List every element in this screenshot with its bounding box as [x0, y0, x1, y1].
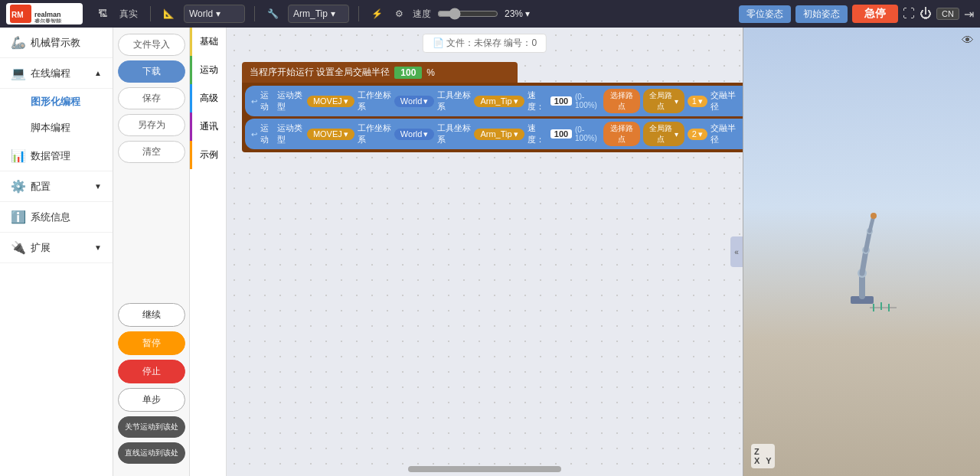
select-point-btn-1[interactable]: 选择路点: [603, 89, 640, 113]
num-select-2[interactable]: 2 ▾: [688, 129, 707, 140]
tool-dropdown-1[interactable]: Arm_Tip ▾: [474, 96, 524, 107]
sidebar-item-config[interactable]: ⚙️ 配置 ▼: [0, 171, 113, 202]
coord-dropdown[interactable]: World ▾: [184, 5, 245, 23]
tool-chevron-1: ▾: [514, 96, 518, 106]
lang-badge[interactable]: CN: [936, 8, 959, 20]
sysinfo-icon: ℹ️: [11, 210, 24, 224]
mode-label-btn[interactable]: 真实: [116, 6, 141, 22]
init-pose-button[interactable]: 初始姿态: [795, 5, 848, 23]
full-waypoint-btn-1[interactable]: 全局路点 ▾: [643, 89, 684, 113]
sidebar-label-config: 配置: [31, 180, 51, 194]
x-axis-label: X: [754, 456, 760, 465]
sidebar-item-sysinfo[interactable]: ℹ️ 系统信息: [0, 202, 113, 233]
speed-row-label-1: 速度：: [528, 90, 547, 112]
zero-pose-button[interactable]: 零位姿态: [739, 5, 791, 23]
stop-button[interactable]: 停止: [118, 360, 185, 383]
speed-icon-btn[interactable]: ⚡: [368, 7, 386, 21]
speed-icon: ⚡: [371, 8, 383, 19]
tool-dropdown[interactable]: Arm_Tip ▾: [288, 5, 349, 23]
coord-value: World: [189, 8, 213, 19]
fullscreen-button[interactable]: ⛶: [903, 7, 915, 21]
sidebar-item-data[interactable]: 📊 数据管理: [0, 141, 113, 171]
estop-button[interactable]: 急停: [852, 5, 898, 23]
step-button[interactable]: 单步: [118, 388, 185, 412]
motion-arrow-icon-2: ↩: [251, 130, 257, 139]
coord-icon-btn[interactable]: 📐: [160, 7, 178, 21]
ws-label-2: 工作坐标系: [358, 122, 391, 145]
roboteach-icon: 🦾: [11, 35, 24, 50]
motion-type-dropdown-2[interactable]: MOVEJ ▾: [307, 129, 354, 140]
saveas-button[interactable]: 另存为: [118, 114, 185, 136]
block-body: ↩ 运动 运动类型 MOVEJ ▾ 工作坐标系 World ▾ 工具坐标系 Ar…: [242, 83, 743, 152]
config-icon-btn[interactable]: ⚙: [392, 7, 407, 21]
sidebar-label-graphic: 图形化编程: [31, 96, 80, 107]
tool-label-2: 工具坐标系: [437, 122, 471, 145]
canvas-scrollbar[interactable]: [408, 466, 561, 472]
logo-area: RM realman 睿尔曼智能: [6, 3, 83, 24]
clear-button[interactable]: 清空: [118, 141, 185, 163]
control-buttons: 继续 暂停 停止 单步 关节运动到该处 直线运动到该处: [118, 303, 185, 470]
full-waypoint-chevron-2: ▾: [675, 130, 678, 139]
category-basic[interactable]: 基础: [190, 28, 226, 56]
tool-icon: 🔧: [267, 8, 279, 19]
axis-indicator: Z X Y: [751, 444, 775, 468]
sidebar-item-script[interactable]: 脚本编程: [0, 115, 113, 141]
import-button[interactable]: 文件导入: [118, 34, 185, 56]
speed-row-value-2: 100: [550, 129, 572, 139]
joint-end-button[interactable]: 关节运动到该处: [118, 416, 185, 438]
mode-label: 真实: [119, 8, 138, 21]
select-point-btn-2[interactable]: 选择路点: [603, 122, 640, 146]
tool-label-1: 工具坐标系: [437, 90, 471, 112]
power-button[interactable]: ⏻: [920, 7, 932, 21]
sidebar-label-extend: 扩展: [31, 241, 51, 255]
num-chevron-1: ▾: [698, 96, 703, 106]
sidebar-item-graphic[interactable]: 图形化编程: [0, 89, 113, 115]
full-waypoint-btn-2[interactable]: 全局路点 ▾: [643, 122, 684, 146]
category-advanced[interactable]: 高级: [190, 84, 226, 112]
tool-value: Arm_Tip: [293, 8, 328, 19]
mode-icon: 🏗: [98, 8, 107, 19]
full-waypoint-chevron-1: ▾: [675, 97, 678, 106]
linear-end-button[interactable]: 直线运动到该处: [118, 442, 185, 464]
category-comm[interactable]: 通讯: [190, 112, 226, 141]
tool-dropdown-2[interactable]: Arm_Tip ▾: [474, 129, 524, 140]
program-header-text: 当程序开始运行 设置全局交融半径: [250, 66, 390, 79]
main-layout: 🦾 机械臂示教 💻 在线编程 ▲ 图形化编程 脚本编程 📊 数据管理 ⚙️ 配置…: [0, 28, 980, 476]
save-button[interactable]: 保存: [118, 87, 185, 109]
motion-type-dropdown-1[interactable]: MOVEJ ▾: [307, 96, 354, 107]
range-label-1: (0-100%): [575, 93, 600, 109]
blend-radius-input[interactable]: [394, 67, 422, 79]
num-select-1[interactable]: 1 ▾: [688, 96, 707, 107]
download-button[interactable]: 下载: [118, 60, 185, 83]
sidebar-item-roboteach[interactable]: 🦾 机械臂示教: [0, 28, 113, 58]
viewport-toggle-button[interactable]: 👁: [962, 34, 974, 47]
toolbar-right: 零位姿态 初始姿态 急停 ⛶ ⏻ CN ⇥: [739, 5, 974, 23]
ws-dropdown-2[interactable]: World ▾: [394, 129, 435, 140]
speed-row-label-2: 速度：: [528, 122, 547, 145]
motion-type-label-2: 运动类型: [277, 122, 304, 145]
config-arrow-icon: ▼: [94, 182, 102, 191]
category-motion[interactable]: 运动: [190, 56, 226, 84]
sidebar-label-roboteach: 机械臂示教: [31, 36, 80, 50]
category-panel: 基础 运动 高级 通讯 示例: [190, 28, 227, 476]
speed-percent[interactable]: 23% ▾: [505, 8, 530, 19]
speed-slider[interactable]: [437, 8, 498, 20]
collapse-handle[interactable]: «: [730, 236, 743, 267]
ws-dropdown-1[interactable]: World ▾: [394, 96, 435, 107]
category-example[interactable]: 示例: [190, 141, 226, 169]
chevron-down-icon: ▾: [216, 8, 220, 19]
mode-icon-btn[interactable]: 🏗: [95, 7, 110, 21]
pause-button[interactable]: 暂停: [118, 331, 185, 355]
online-arrow-icon: ▲: [94, 69, 102, 77]
svg-text:realman: realman: [34, 11, 61, 18]
sidebar-item-extend[interactable]: 🔌 扩展 ▼: [0, 233, 113, 263]
speed-label: 速度: [413, 8, 431, 21]
tool-icon-btn[interactable]: 🔧: [264, 7, 282, 21]
canvas-area: 📄 文件：未保存 编号：0 当程序开始运行 设置全局交融半径 % ↩ 运动 运动…: [227, 28, 743, 476]
num-chevron-2: ▾: [698, 129, 703, 139]
continue-button[interactable]: 继续: [118, 303, 185, 327]
sidebar-item-online[interactable]: 💻 在线编程 ▲: [0, 58, 113, 89]
logout-button[interactable]: ⇥: [964, 7, 974, 21]
speed-row-value-1: 100: [550, 96, 572, 106]
program-header: 当程序开始运行 设置全局交融半径 %: [242, 62, 518, 83]
